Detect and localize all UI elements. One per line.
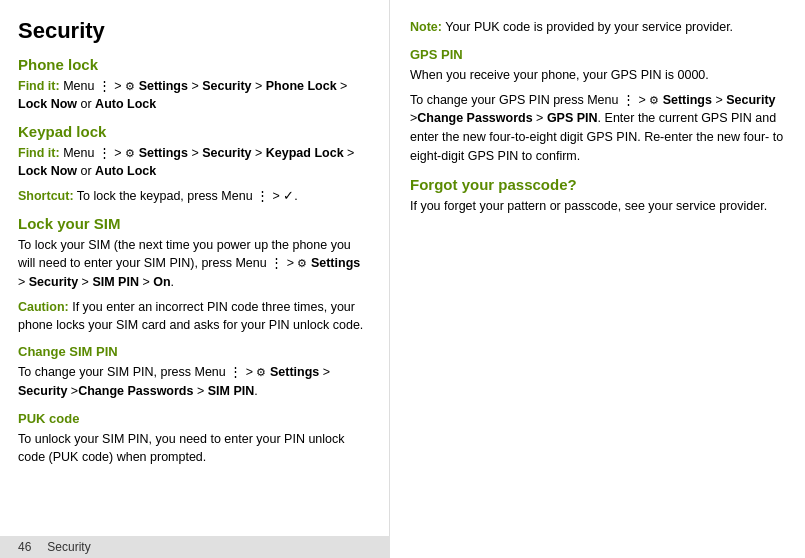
phone-lock-findit: Find it: Menu ⋮ > Settings > Security > … [18,77,369,113]
gps-pin-body1: When you receive your phone, your GPS PI… [410,66,785,85]
change-sim-body: To change your SIM PIN, press Menu ⋮ > S… [18,363,369,401]
gps-pin-body2: To change your GPS PIN press Menu ⋮ > Se… [410,91,785,166]
forgot-passcode-heading: Forgot your passcode? [410,176,785,193]
keypad-lock-findit-label: Find it: [18,146,60,160]
footer-page-num: 46 [18,540,31,554]
keypad-lock-shortcut: Shortcut: To lock the keypad, press Menu… [18,187,369,205]
forgot-passcode-body: If you forget your pattern or passcode, … [410,197,785,216]
lock-sim-caution: Caution: If you enter an incorrect PIN c… [18,298,369,334]
keypad-shortcut-label: Shortcut: [18,189,74,203]
page-title: Security [18,18,369,44]
right-column: Note: Your PUK code is provided by your … [390,0,805,558]
note-label: Note: [410,20,442,34]
change-sim-heading: Change SIM PIN [18,344,369,359]
puk-code-body: To unlock your SIM PIN, you need to ente… [18,430,369,468]
note-text: Your PUK code is provided by your servic… [445,20,733,34]
keypad-lock-findit-text: Menu ⋮ > Settings > Security > Keypad Lo… [18,146,354,178]
puk-code-heading: PUK code [18,411,369,426]
puk-note: Note: Your PUK code is provided by your … [410,18,785,37]
caution-text: If you enter an incorrect PIN code three… [18,300,363,332]
keypad-lock-findit: Find it: Menu ⋮ > Settings > Security > … [18,144,369,180]
caution-label: Caution: [18,300,69,314]
lock-sim-body: To lock your SIM (the next time you powe… [18,236,369,292]
phone-lock-findit-text: Menu ⋮ > Settings > Security > Phone Loc… [18,79,347,111]
keypad-lock-heading: Keypad lock [18,123,369,140]
left-column: Security Phone lock Find it: Menu ⋮ > Se… [0,0,390,558]
phone-lock-heading: Phone lock [18,56,369,73]
phone-lock-findit-label: Find it: [18,79,60,93]
lock-sim-heading: Lock your SIM [18,215,369,232]
footer-bar: 46 Security [0,536,390,558]
gps-pin-heading: GPS PIN [410,47,785,62]
keypad-shortcut-text: To lock the keypad, press Menu ⋮ > ✓. [77,189,298,203]
footer-section-label: Security [47,540,90,554]
